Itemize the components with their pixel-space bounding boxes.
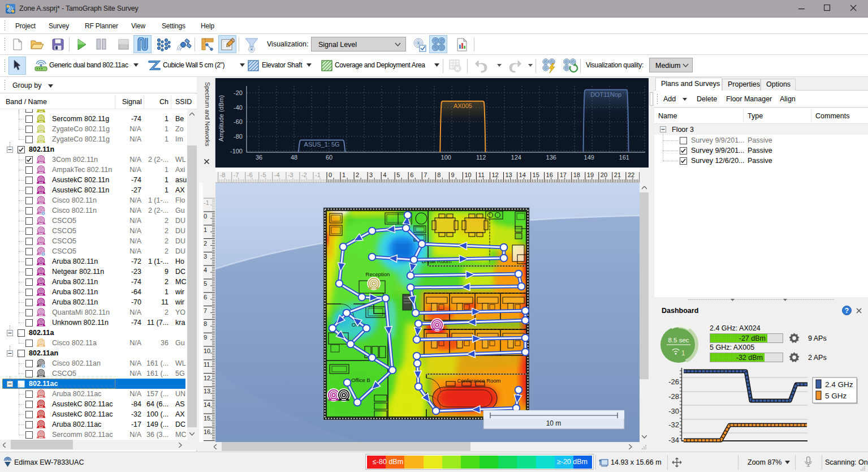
svg-text:10 m: 10 m	[546, 419, 562, 427]
svg-text:12: 12	[204, 375, 210, 381]
svg-text:5: 5	[396, 171, 400, 178]
svg-text:-32: -32	[668, 420, 679, 429]
svg-text:2.4 GHz: 2.4 GHz	[825, 380, 853, 389]
svg-text:0: 0	[204, 213, 207, 220]
svg-text:-1: -1	[204, 199, 209, 206]
svg-text:6: 6	[204, 294, 207, 301]
svg-text:48: 48	[291, 154, 297, 161]
svg-text:124: 124	[511, 154, 521, 161]
svg-text:-30: -30	[668, 407, 679, 415]
svg-text:DOT11Nop: DOT11Nop	[590, 91, 621, 98]
svg-text:3: 3	[204, 253, 207, 260]
svg-text:16: 16	[546, 171, 553, 178]
svg-text:6: 6	[410, 171, 413, 178]
svg-text:19: 19	[587, 171, 594, 178]
svg-text:10: 10	[464, 171, 471, 178]
svg-text:9: 9	[204, 334, 207, 341]
svg-text:15: 15	[533, 171, 539, 178]
svg-text:5 GHz: 5 GHz	[825, 392, 847, 400]
svg-text:-4: -4	[274, 171, 280, 178]
svg-text:22: 22	[628, 171, 634, 178]
svg-text:-3: -3	[288, 171, 293, 178]
svg-text:18: 18	[573, 171, 580, 178]
svg-text:60: 60	[326, 154, 332, 161]
svg-text:-40: -40	[234, 104, 243, 111]
svg-text:-28: -28	[668, 392, 679, 401]
svg-text:10: 10	[204, 347, 210, 354]
svg-text:112: 112	[476, 154, 486, 161]
svg-text:8.5 sec: 8.5 sec	[668, 337, 689, 344]
svg-text:161: 161	[619, 154, 629, 161]
svg-text:20: 20	[601, 171, 607, 178]
svg-text:2: 2	[356, 171, 359, 178]
svg-text:?: ?	[845, 307, 849, 315]
svg-text:1: 1	[342, 171, 346, 178]
svg-text:13: 13	[204, 388, 210, 394]
svg-text:ASUS_1: 5G: ASUS_1: 5G	[304, 141, 340, 148]
svg-text:14: 14	[519, 171, 526, 178]
svg-text:-1: -1	[315, 171, 321, 178]
svg-text:14: 14	[204, 401, 210, 408]
svg-text:15: 15	[204, 415, 210, 422]
svg-text:4: 4	[383, 171, 386, 178]
svg-text:-34: -34	[668, 436, 679, 444]
svg-text:Amplitude (dBm): Amplitude (dBm)	[218, 95, 224, 141]
svg-text:4: 4	[204, 267, 207, 273]
svg-text:7: 7	[204, 307, 207, 314]
svg-text:1: 1	[204, 226, 207, 233]
svg-text:-5: -5	[261, 171, 266, 178]
svg-text:149: 149	[584, 154, 594, 161]
svg-text:21: 21	[614, 171, 621, 178]
svg-text:100: 100	[441, 154, 451, 161]
svg-text:16: 16	[204, 428, 210, 435]
svg-text:-26: -26	[668, 377, 679, 386]
svg-text:8: 8	[437, 171, 441, 178]
svg-text:Conference Room: Conference Room	[457, 377, 500, 384]
svg-text:-2: -2	[301, 171, 307, 178]
svg-text:-60: -60	[234, 118, 243, 125]
svg-text:3: 3	[369, 171, 373, 178]
svg-text:11: 11	[478, 171, 484, 178]
svg-text:-8: -8	[220, 171, 226, 178]
svg-text:AX005: AX005	[454, 102, 472, 109]
svg-text:7: 7	[424, 171, 427, 178]
svg-text:0: 0	[329, 171, 332, 178]
svg-text:Office B: Office B	[351, 377, 370, 383]
svg-text:9: 9	[451, 171, 454, 178]
svg-text:136: 136	[546, 154, 556, 161]
svg-text:1: 1	[681, 349, 685, 357]
svg-text:11: 11	[204, 361, 210, 368]
svg-text:-6: -6	[247, 171, 253, 178]
svg-text:-80: -80	[234, 133, 243, 140]
svg-text:8: 8	[204, 320, 207, 327]
svg-text:12: 12	[492, 171, 499, 178]
svg-text:17: 17	[560, 171, 567, 178]
svg-text:-20: -20	[234, 89, 243, 96]
svg-text:5: 5	[204, 280, 207, 287]
svg-text:-100: -100	[230, 148, 243, 155]
svg-text:2: 2	[204, 240, 207, 247]
svg-text:-7: -7	[234, 171, 239, 178]
svg-text:36: 36	[256, 154, 262, 161]
svg-text:13: 13	[506, 171, 512, 178]
svg-text:Reception: Reception	[366, 271, 390, 277]
